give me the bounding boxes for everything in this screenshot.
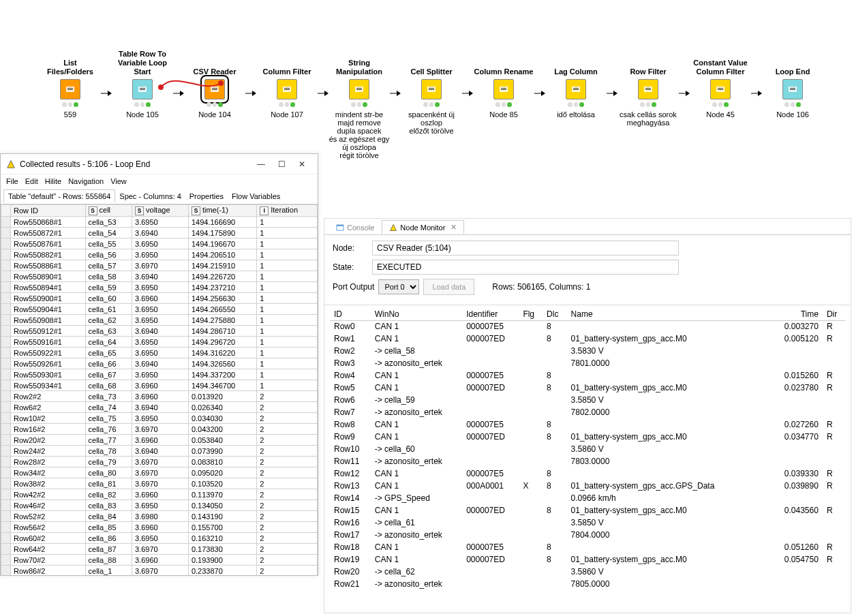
menu-edit[interactable]: Edit [25,177,38,185]
table-row[interactable]: Row86#2cella_13.69700.2338702 [1,566,318,576]
monitor-row[interactable]: Row10-> cella_603.5860 V [330,443,845,455]
table-row[interactable]: Row70#2cella_883.69600.1939002 [1,555,318,566]
table-row[interactable]: Row56#2cella_853.69600.1557002 [1,522,318,533]
tab-flow-variables[interactable]: Flow Variables [228,190,284,202]
column-header[interactable]: Stime(-1) [188,205,256,217]
node-monitor-panel[interactable]: Console Node Monitor ✕ Node: CSV Reader … [324,218,851,613]
workflow-node[interactable]: Row Filtercsak cellás sorokmeghagyása [617,55,679,127]
workflow-node[interactable]: Lag Columnidő eltolása [545,55,607,119]
column-header[interactable]: Svoltage [132,205,189,217]
monitor-row[interactable]: Row20-> cella_623.5860 V [330,566,845,578]
monitor-column-header[interactable]: Identifier [462,308,519,320]
load-data-button[interactable]: Load data [423,279,474,295]
maximize-button[interactable]: ☐ [271,157,292,171]
workflow-node[interactable]: Column RenameNode 85 [473,55,534,119]
monitor-row[interactable]: Row16-> cella_613.5850 V [330,517,845,529]
table-row[interactable]: Row550890#1cella_583.69401494.2267201 [1,271,318,282]
table-row[interactable]: Row550872#1cella_543.69401494.1758901 [1,228,318,238]
table-row[interactable]: Row42#2cella_823.69600.1139702 [1,489,318,500]
table-row[interactable]: Row550922#1cella_653.69501494.3162201 [1,348,318,358]
monitor-column-header[interactable]: Dir [823,308,845,320]
table-row[interactable]: Row550930#1cella_673.69501494.3372001 [1,369,318,380]
workflow-node[interactable]: Cell Splitterspacenként új oszlopelőzőt … [401,55,462,135]
titlebar[interactable]: Collected results - 5:106 - Loop End — ☐… [1,154,318,174]
monitor-row[interactable]: Row12CAN 1000007E580.039330R [330,467,845,480]
port-select[interactable]: Port 0 [378,279,419,294]
table-row[interactable]: Row24#2cella_783.69400.0739902 [1,446,318,457]
table-row[interactable]: Row10#2cella_753.69500.0340302 [1,413,318,424]
column-header[interactable]: Row ID [11,205,86,217]
table-row[interactable]: Row550868#1cella_533.69501494.1666901 [1,217,318,228]
monitor-row[interactable]: Row14-> GPS_Speed0.0966 km/h [330,492,845,504]
column-header[interactable]: IIteration [257,205,318,217]
monitor-row[interactable]: Row7-> azonosito_ertek7802.0000 [330,406,845,418]
table-row[interactable]: Row2#2cella_733.69600.0139202 [1,391,318,402]
monitor-row[interactable]: Row0CAN 1000007E580.003270R [330,320,845,333]
column-header[interactable]: Scell [85,205,132,217]
tab-table-default[interactable]: Table "default" - Rows: 555864 [3,189,115,203]
monitor-row[interactable]: Row2-> cella_583.5830 V [330,345,845,357]
tab-properties[interactable]: Properties [185,190,228,202]
tab-console[interactable]: Console [329,221,382,234]
table-row[interactable]: Row550916#1cella_643.69501494.2967201 [1,337,318,348]
table-row[interactable]: Row550912#1cella_633.69401494.2867101 [1,326,318,337]
results-table[interactable]: Row IDScellSvoltageStime(-1)IIterationRo… [1,204,318,575]
monitor-column-header[interactable]: Dlc [543,308,567,320]
cell: cella_77 [85,435,132,446]
workflow-node[interactable]: Loop EndNode 106 [762,55,823,119]
table-row[interactable]: Row34#2cella_803.69700.0950202 [1,467,318,478]
tab-spec[interactable]: Spec - Columns: 4 [115,190,185,202]
table-row[interactable]: Row28#2cella_793.69700.0838102 [1,457,318,467]
monitor-column-header[interactable]: Flg [519,308,543,320]
table-row[interactable]: Row20#2cella_773.69600.0538402 [1,435,318,446]
monitor-row[interactable]: Row6-> cella_593.5850 V [330,394,845,406]
table-row[interactable]: Row38#2cella_813.69700.1035202 [1,478,318,489]
monitor-row[interactable]: Row21-> azonosito_ertek7805.0000 [330,578,845,590]
menu-view[interactable]: View [110,177,127,185]
monitor-column-header[interactable]: WinNo [371,308,462,320]
table-row[interactable]: Row550926#1cella_663.69401494.3265601 [1,358,318,369]
monitor-column-header[interactable]: Time [757,308,823,320]
menu-navigation[interactable]: Navigation [68,177,104,185]
table-row[interactable]: Row16#2cella_763.69700.0432002 [1,424,318,435]
table-row[interactable]: Row6#2cella_743.69400.0263402 [1,402,318,413]
table-row[interactable]: Row60#2cella_863.69500.1632102 [1,533,318,544]
monitor-row[interactable]: Row8CAN 1000007E580.027260R [330,418,845,431]
monitor-table[interactable]: IDWinNoIdentifierFlgDlcNameTimeDirRow0CA… [324,305,851,613]
close-tab-icon[interactable]: ✕ [451,223,457,232]
monitor-column-header[interactable]: Name [567,308,757,320]
workflow-node[interactable]: Column FilterNode 107 [256,55,318,119]
table-row[interactable]: Row550894#1cella_593.69501494.2372101 [1,282,318,293]
menu-hilite[interactable]: Hilite [45,177,61,185]
tab-node-monitor[interactable]: Node Monitor ✕ [382,220,464,234]
workflow-node[interactable]: List Files/Folders559 [40,55,101,119]
table-row[interactable]: Row550886#1cella_573.69701494.2159101 [1,260,318,271]
monitor-column-header[interactable]: ID [330,308,371,320]
monitor-row[interactable]: Row17-> azonosito_ertek7804.0000 [330,529,845,541]
results-dialog[interactable]: Collected results - 5:106 - Loop End — ☐… [0,153,318,576]
workflow-node[interactable]: Constant ValueColumn FilterNode 45 [690,55,751,119]
table-row[interactable]: Row550876#1cella_553.69501494.1966701 [1,238,318,249]
table-row[interactable]: Row550904#1cella_613.69501494.2665501 [1,304,318,315]
table-row[interactable]: Row550882#1cella_563.69501494.2065101 [1,249,318,260]
close-button[interactable]: ✕ [292,157,312,171]
monitor-row[interactable]: Row19CAN 1000007ED801_battery-system_gps… [330,553,845,566]
monitor-row[interactable]: Row18CAN 1000007E580.051260R [330,541,845,553]
table-row[interactable]: Row550934#1cella_683.69601494.3467001 [1,380,318,391]
table-row[interactable]: Row550908#1cella_623.69501494.2758801 [1,315,318,326]
monitor-row[interactable]: Row15CAN 1000007ED801_battery-system_gps… [330,504,845,517]
monitor-row[interactable]: Row4CAN 1000007E580.015260R [330,369,845,382]
monitor-row[interactable]: Row9CAN 1000007ED801_battery-system_gps_… [330,431,845,443]
workflow-node[interactable]: String Manipulationmindent str-bemajd re… [329,55,390,159]
monitor-row[interactable]: Row13CAN 1000A0001X801_battery-system_gp… [330,480,845,492]
table-row[interactable]: Row52#2cella_843.69800.1431902 [1,511,318,522]
monitor-row[interactable]: Row1CAN 1000007ED801_battery-system_gps_… [330,333,845,345]
table-row[interactable]: Row64#2cella_873.69700.1738302 [1,544,318,555]
monitor-row[interactable]: Row3-> azonosito_ertek7801.0000 [330,357,845,369]
monitor-row[interactable]: Row5CAN 1000007ED801_battery-system_gps_… [330,382,845,394]
table-row[interactable]: Row550900#1cella_603.69601494.2566301 [1,293,318,304]
minimize-button[interactable]: — [251,157,271,171]
monitor-row[interactable]: Row11-> azonosito_ertek7803.0000 [330,455,845,467]
menu-file[interactable]: File [6,177,18,185]
table-row[interactable]: Row46#2cella_833.69500.1340502 [1,500,318,511]
